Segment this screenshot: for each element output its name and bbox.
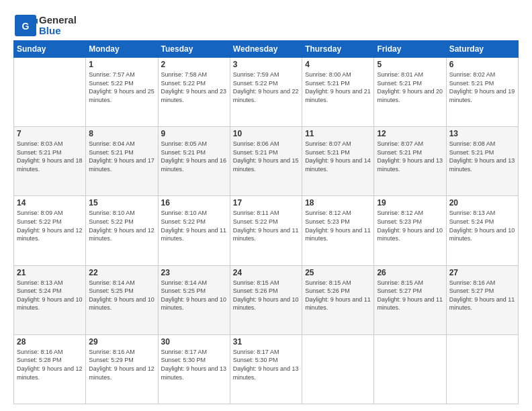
sunset: Sunset: 5:24 PM <box>449 218 494 225</box>
sunrise: Sunrise: 8:13 AM <box>17 279 63 286</box>
sunrise: Sunrise: 8:07 AM <box>305 140 351 147</box>
calendar-cell: 16 Sunrise: 8:10 AM Sunset: 5:22 PM Dayl… <box>158 196 230 265</box>
sunrise: Sunrise: 8:06 AM <box>233 140 279 147</box>
day-number: 10 <box>233 129 299 138</box>
daylight: Daylight: 9 hours and 12 minutes. <box>89 227 154 242</box>
calendar-cell: 13 Sunrise: 8:08 AM Sunset: 5:21 PM Dayl… <box>446 127 518 196</box>
calendar-week-row: 14 Sunrise: 8:09 AM Sunset: 5:22 PM Dayl… <box>14 196 519 265</box>
sunrise: Sunrise: 8:12 AM <box>305 210 351 216</box>
day-number: 6 <box>449 60 515 69</box>
calendar-cell: 24 Sunrise: 8:15 AM Sunset: 5:26 PM Dayl… <box>230 265 302 334</box>
daylight: Daylight: 9 hours and 12 minutes. <box>89 365 154 381</box>
sunrise: Sunrise: 8:17 AM <box>161 349 208 355</box>
calendar-cell: 1 Sunrise: 7:57 AM Sunset: 5:22 PM Dayli… <box>86 58 158 127</box>
sunset: Sunset: 5:21 PM <box>17 149 62 156</box>
day-number: 30 <box>161 337 227 347</box>
day-number: 20 <box>449 198 515 208</box>
sunset: Sunset: 5:28 PM <box>17 357 62 363</box>
sunrise: Sunrise: 8:16 AM <box>17 349 63 355</box>
day-detail: Sunrise: 8:16 AM Sunset: 5:28 PM Dayligh… <box>17 348 83 381</box>
calendar-week-row: 1 Sunrise: 7:57 AM Sunset: 5:22 PM Dayli… <box>14 58 519 127</box>
day-detail: Sunrise: 8:06 AM Sunset: 5:21 PM Dayligh… <box>233 140 299 173</box>
day-number: 11 <box>305 129 371 138</box>
day-detail: Sunrise: 8:12 AM Sunset: 5:23 PM Dayligh… <box>377 209 443 242</box>
sunset: Sunset: 5:25 PM <box>161 287 206 294</box>
day-detail: Sunrise: 8:15 AM Sunset: 5:26 PM Dayligh… <box>233 279 299 312</box>
day-number: 29 <box>89 337 154 347</box>
day-detail: Sunrise: 8:14 AM Sunset: 5:25 PM Dayligh… <box>89 279 154 312</box>
logo-blue: Blue <box>39 25 61 36</box>
calendar-cell: 30 Sunrise: 8:17 AM Sunset: 5:30 PM Dayl… <box>158 334 230 404</box>
calendar-cell: 18 Sunrise: 8:12 AM Sunset: 5:23 PM Dayl… <box>302 196 374 265</box>
day-number: 4 <box>305 60 371 69</box>
sunset: Sunset: 5:21 PM <box>377 149 422 156</box>
sunset: Sunset: 5:26 PM <box>305 287 350 294</box>
daylight: Daylight: 9 hours and 22 minutes. <box>233 88 299 103</box>
calendar-cell: 4 Sunrise: 8:00 AM Sunset: 5:21 PM Dayli… <box>302 58 374 127</box>
day-number: 3 <box>233 60 299 69</box>
day-number: 25 <box>305 268 371 277</box>
calendar-header-tuesday: Tuesday <box>158 41 230 58</box>
day-detail: Sunrise: 8:07 AM Sunset: 5:21 PM Dayligh… <box>305 140 371 173</box>
sunrise: Sunrise: 8:10 AM <box>161 210 208 216</box>
sunrise: Sunrise: 8:12 AM <box>377 210 423 216</box>
daylight: Daylight: 9 hours and 11 minutes. <box>449 296 515 312</box>
calendar-cell: 20 Sunrise: 8:13 AM Sunset: 5:24 PM Dayl… <box>446 196 518 265</box>
daylight: Daylight: 9 hours and 11 minutes. <box>305 227 371 242</box>
calendar-week-row: 7 Sunrise: 8:03 AM Sunset: 5:21 PM Dayli… <box>14 127 519 196</box>
day-number: 18 <box>305 198 371 208</box>
calendar-cell: 25 Sunrise: 8:15 AM Sunset: 5:26 PM Dayl… <box>302 265 374 334</box>
day-detail: Sunrise: 7:58 AM Sunset: 5:22 PM Dayligh… <box>161 71 227 104</box>
sunrise: Sunrise: 7:57 AM <box>89 71 135 78</box>
daylight: Daylight: 9 hours and 23 minutes. <box>161 88 227 103</box>
sunrise: Sunrise: 8:02 AM <box>449 71 496 78</box>
daylight: Daylight: 9 hours and 10 minutes. <box>161 296 227 312</box>
calendar-cell: 12 Sunrise: 8:07 AM Sunset: 5:21 PM Dayl… <box>374 127 446 196</box>
day-detail: Sunrise: 8:07 AM Sunset: 5:21 PM Dayligh… <box>377 140 443 173</box>
logo-icon: G <box>13 13 38 38</box>
day-number: 9 <box>161 129 227 138</box>
day-detail: Sunrise: 8:17 AM Sunset: 5:30 PM Dayligh… <box>233 348 299 381</box>
day-detail: Sunrise: 8:09 AM Sunset: 5:22 PM Dayligh… <box>17 209 83 242</box>
daylight: Daylight: 9 hours and 15 minutes. <box>233 157 299 173</box>
logo: G General Blue <box>13 13 77 38</box>
calendar-cell: 17 Sunrise: 8:11 AM Sunset: 5:22 PM Dayl… <box>230 196 302 265</box>
daylight: Daylight: 9 hours and 19 minutes. <box>449 88 515 103</box>
day-detail: Sunrise: 8:14 AM Sunset: 5:25 PM Dayligh… <box>161 279 227 312</box>
calendar-cell: 28 Sunrise: 8:16 AM Sunset: 5:28 PM Dayl… <box>14 334 86 404</box>
sunset: Sunset: 5:21 PM <box>233 149 278 156</box>
sunrise: Sunrise: 8:16 AM <box>89 349 135 355</box>
sunset: Sunset: 5:21 PM <box>377 80 422 87</box>
day-number: 26 <box>377 268 443 277</box>
day-number: 17 <box>233 198 299 208</box>
calendar-cell <box>14 58 86 127</box>
day-number: 5 <box>377 60 443 69</box>
calendar-table: SundayMondayTuesdayWednesdayThursdayFrid… <box>13 40 519 404</box>
day-detail: Sunrise: 7:59 AM Sunset: 5:22 PM Dayligh… <box>233 71 299 104</box>
sunset: Sunset: 5:21 PM <box>161 149 206 156</box>
calendar-cell: 22 Sunrise: 8:14 AM Sunset: 5:25 PM Dayl… <box>86 265 158 334</box>
day-detail: Sunrise: 8:17 AM Sunset: 5:30 PM Dayligh… <box>161 348 227 381</box>
sunrise: Sunrise: 8:14 AM <box>89 279 135 286</box>
day-detail: Sunrise: 8:13 AM Sunset: 5:24 PM Dayligh… <box>449 209 515 242</box>
sunset: Sunset: 5:22 PM <box>89 218 134 225</box>
sunrise: Sunrise: 8:16 AM <box>449 279 496 286</box>
daylight: Daylight: 9 hours and 17 minutes. <box>89 157 154 173</box>
day-number: 12 <box>377 129 443 138</box>
logo-general: General <box>39 14 77 26</box>
calendar-header-wednesday: Wednesday <box>230 41 302 58</box>
calendar-cell: 23 Sunrise: 8:14 AM Sunset: 5:25 PM Dayl… <box>158 265 230 334</box>
sunrise: Sunrise: 8:01 AM <box>377 71 423 78</box>
day-detail: Sunrise: 8:04 AM Sunset: 5:21 PM Dayligh… <box>89 140 154 173</box>
calendar-cell: 6 Sunrise: 8:02 AM Sunset: 5:21 PM Dayli… <box>446 58 518 127</box>
daylight: Daylight: 9 hours and 12 minutes. <box>17 227 83 242</box>
sunrise: Sunrise: 8:08 AM <box>449 140 496 147</box>
svg-text:G: G <box>22 21 30 32</box>
daylight: Daylight: 9 hours and 13 minutes. <box>449 157 515 173</box>
calendar-cell: 27 Sunrise: 8:16 AM Sunset: 5:27 PM Dayl… <box>446 265 518 334</box>
calendar-cell: 9 Sunrise: 8:05 AM Sunset: 5:21 PM Dayli… <box>158 127 230 196</box>
sunrise: Sunrise: 7:59 AM <box>233 71 279 78</box>
daylight: Daylight: 9 hours and 10 minutes. <box>233 296 299 312</box>
calendar-cell: 2 Sunrise: 7:58 AM Sunset: 5:22 PM Dayli… <box>158 58 230 127</box>
calendar-cell <box>446 334 518 404</box>
